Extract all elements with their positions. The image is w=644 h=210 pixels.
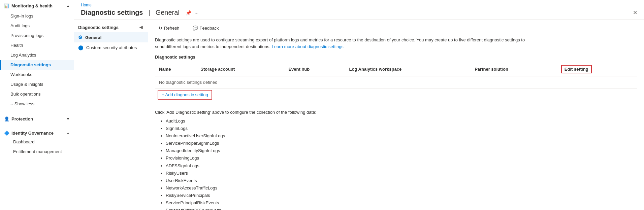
main-area: Home Diagnostic settings | General 📌 ···… <box>74 0 644 210</box>
feedback-icon: 💬 <box>193 26 198 31</box>
left-nav-item-general[interactable]: ⚙ General <box>74 32 148 42</box>
title-separator: | <box>148 9 150 16</box>
sidebar-divider <box>0 111 74 111</box>
sidebar-section-monitoring[interactable]: 📊 Monitoring & health ▲ <box>0 0 74 11</box>
sidebar-section-identity-governance[interactable]: 🔷 Identity Governance ▲ <box>0 127 74 137</box>
left-nav-item-custom-security[interactable]: ⬤ Custom security attributes <box>74 42 148 53</box>
col-name: Name <box>155 62 196 76</box>
list-item: SignInLogs <box>166 125 637 132</box>
breadcrumb[interactable]: Home <box>74 0 644 7</box>
sidebar-item-usage-insights[interactable]: Usage & insights <box>0 79 74 89</box>
sidebar-section-monitoring-label: Monitoring & health <box>11 3 53 8</box>
sidebar-item-diagnostic-settings[interactable]: Diagnostic settings <box>0 60 74 70</box>
page-subtitle: General <box>156 9 180 16</box>
left-nav-collapse-button[interactable]: ◀ <box>138 24 144 30</box>
refresh-icon: ↻ <box>159 26 162 31</box>
refresh-button[interactable]: ↻ Refresh <box>155 24 183 33</box>
no-settings-row: No diagnostic settings defined <box>155 76 637 89</box>
list-item: NetworkAccessTrafficLogs <box>166 184 637 192</box>
no-settings-message: No diagnostic settings defined <box>155 76 637 89</box>
page-title: Diagnostic settings <box>81 9 143 16</box>
sidebar-item-bulk-operations[interactable]: Bulk operations <box>0 89 74 99</box>
toolbar-separator <box>186 25 186 32</box>
page-header: Diagnostic settings | General 📌 ··· ✕ <box>74 7 644 20</box>
list-item: NonInteractiveUserSignInLogs <box>166 132 637 140</box>
identity-governance-icon: 🔷 <box>4 131 9 136</box>
sidebar-section-protection[interactable]: 👤 Protection ▼ <box>0 113 74 123</box>
list-item: RiskyUsers <box>166 170 637 177</box>
left-nav-header: Diagnostic settings ◀ <box>74 22 148 32</box>
toolbar: ↻ Refresh 💬 Feedback <box>155 24 637 33</box>
sidebar-item-health[interactable]: Health <box>0 40 74 50</box>
header-icons: 📌 ··· <box>186 10 199 15</box>
col-partner-solution: Partner solution <box>471 62 557 76</box>
chevron-down-protection-icon: ▼ <box>66 117 70 121</box>
col-edit-setting: Edit setting <box>557 62 637 76</box>
right-content: ↻ Refresh 💬 Feedback Diagnostic settings… <box>148 20 644 210</box>
custom-security-nav-icon: ⬤ <box>78 45 84 50</box>
list-item: AuditLogs <box>166 117 637 125</box>
list-item: ServicePrincipalRiskEvents <box>166 199 637 207</box>
sidebar-item-audit-logs[interactable]: Audit logs <box>0 21 74 31</box>
sidebar: 📊 Monitoring & health ▲ Sign-in logs Aud… <box>0 0 74 210</box>
click-instruction: Click 'Add Diagnostic setting' above to … <box>155 110 637 115</box>
section-title: Diagnostic settings <box>155 55 637 60</box>
col-storage-account: Storage account <box>196 62 284 76</box>
sidebar-item-workbooks[interactable]: Workbooks <box>0 70 74 79</box>
general-nav-icon: ⚙ <box>78 35 83 40</box>
list-item: RiskyServicePrincipals <box>166 192 637 199</box>
list-item: ADFSSignInLogs <box>166 162 637 170</box>
list-item: ServicePrincipalSignInLogs <box>166 140 637 147</box>
sidebar-divider-2 <box>0 125 74 125</box>
ellipsis-icon: ··· <box>9 101 13 106</box>
content-area: Diagnostic settings ◀ ⚙ General ⬤ Custom… <box>74 20 644 210</box>
list-item: UserRiskEvents <box>166 177 637 184</box>
sidebar-monitoring-items: Sign-in logs Audit logs Provisioning log… <box>0 11 74 99</box>
list-item: ProvisioningLogs <box>166 154 637 162</box>
add-diagnostic-setting-button[interactable]: + Add diagnostic setting <box>158 90 212 100</box>
data-items-list: AuditLogs SignInLogs NonInteractiveUserS… <box>155 117 637 210</box>
col-log-analytics: Log Analytics workspace <box>345 62 471 76</box>
close-button[interactable]: ✕ <box>633 9 637 16</box>
edit-setting-header: Edit setting <box>561 65 592 73</box>
add-setting-row: + Add diagnostic setting <box>155 89 637 106</box>
sidebar-item-log-analytics[interactable]: Log Analytics <box>0 50 74 60</box>
pin-icon[interactable]: 📌 <box>186 10 191 15</box>
more-options-icon[interactable]: ··· <box>195 10 199 15</box>
monitoring-icon: 📊 <box>4 3 9 8</box>
left-nav-panel: Diagnostic settings ◀ ⚙ General ⬤ Custom… <box>74 20 148 210</box>
sidebar-item-provisioning-logs[interactable]: Provisioning logs <box>0 31 74 40</box>
description-text: Diagnostic settings are used to configur… <box>155 37 525 50</box>
sidebar-item-sign-in-logs[interactable]: Sign-in logs <box>0 11 74 21</box>
diagnostic-settings-table: Name Storage account Event hub Log Analy… <box>155 62 637 106</box>
sidebar-item-entitlement-management[interactable]: Entitlement management <box>0 147 74 156</box>
chevron-up-identity-icon: ▲ <box>66 131 70 135</box>
chevron-up-icon: ▲ <box>66 4 70 8</box>
list-item: EnrichedOffice365AuditLogs <box>166 207 637 210</box>
show-less-button[interactable]: ··· Show less <box>0 99 74 109</box>
learn-more-link[interactable]: Learn more about diagnostic settings <box>272 44 344 49</box>
protection-icon: 👤 <box>4 116 9 121</box>
col-event-hub: Event hub <box>284 62 345 76</box>
sidebar-item-dashboard[interactable]: Dashboard <box>0 137 74 147</box>
feedback-button[interactable]: 💬 Feedback <box>189 24 223 33</box>
list-item: ManagedIdentitySignInLogs <box>166 147 637 154</box>
